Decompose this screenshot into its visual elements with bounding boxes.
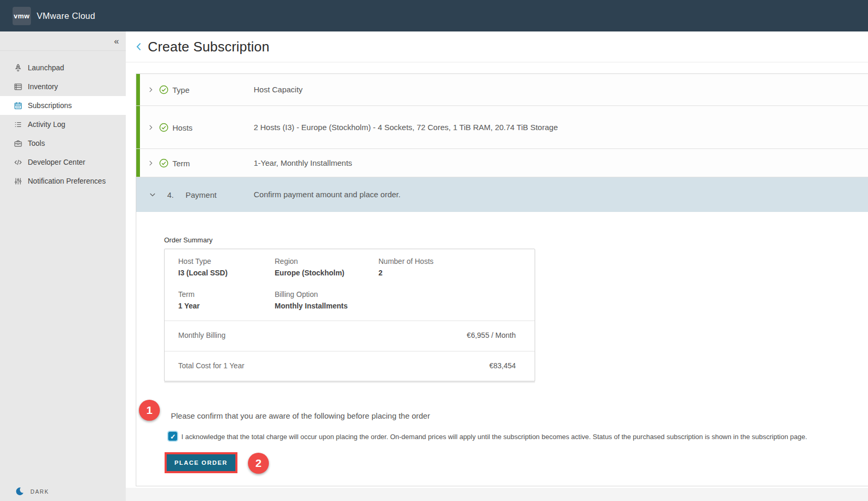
inventory-icon [13, 82, 23, 91]
activity-log-icon [13, 120, 23, 129]
code-icon [13, 157, 23, 167]
sidebar-item-label: Inventory [28, 82, 58, 91]
subscription-wizard: Type Host Capacity Hosts 2 Hosts (I3) - … [136, 73, 868, 486]
step-complete-icon [159, 158, 169, 168]
step-label: Payment [186, 190, 216, 199]
monthly-billing-value: €6,955 / Month [467, 331, 516, 339]
step-complete-icon [159, 122, 169, 132]
sidebar-item-tools[interactable]: Tools [0, 134, 126, 153]
field-label: Region [275, 257, 298, 265]
total-cost-value: €83,454 [489, 361, 516, 370]
sidebar-item-inventory[interactable]: Inventory [0, 77, 126, 96]
field-value: 1 Year [178, 302, 200, 310]
acknowledge-checkbox[interactable] [168, 432, 177, 441]
main-content: Create Subscription Type Host Capacity H… [126, 31, 868, 501]
sidebar-item-label: Notification Preferences [28, 177, 106, 185]
sidebar-item-label: Developer Center [28, 158, 85, 166]
divider [165, 321, 535, 321]
sidebar-item-activity-log[interactable]: Activity Log [0, 115, 126, 134]
step-complete-icon [159, 85, 169, 95]
vmware-logo[interactable]: vmw [13, 7, 31, 25]
moon-icon [15, 486, 25, 496]
confirm-note: Please confirm that you are aware of the… [171, 411, 430, 420]
launchpad-icon [13, 63, 23, 72]
sidebar-header: « [0, 31, 126, 51]
chevron-right-icon[interactable] [147, 87, 154, 93]
field-value: I3 (Local SSD) [178, 269, 227, 277]
step-row-hosts[interactable]: Hosts 2 Hosts (I3) - Europe (Stockholm) … [136, 106, 868, 149]
page-bottom-strip [126, 488, 868, 501]
acknowledgement-text: I acknowledge that the total charge will… [181, 432, 807, 441]
sidebar-collapse-icon[interactable]: « [114, 37, 119, 46]
sidebar-item-label: Launchpad [28, 63, 64, 72]
monthly-billing-label: Monthly Billing [178, 331, 225, 339]
sidebar-nav: Launchpad Inventory Subscriptions [0, 58, 126, 190]
chevron-left-icon [134, 41, 144, 52]
field-value: Monthly Installments [275, 302, 348, 310]
divider [165, 351, 535, 351]
field-label: Number of Hosts [378, 257, 433, 265]
step-value: 2 Hosts (I3) - Europe (Stockholm) - 4 So… [254, 121, 592, 133]
calendar-icon [13, 101, 23, 110]
top-navbar: vmw VMware Cloud [0, 0, 868, 31]
theme-toggle-label: DARK [30, 488, 49, 495]
field-label: Host Type [178, 257, 211, 265]
place-order-button[interactable]: PLACE ORDER [167, 454, 235, 471]
chevron-right-icon[interactable] [147, 159, 154, 166]
sidebar-item-launchpad[interactable]: Launchpad [0, 58, 126, 77]
step-value: Host Capacity [254, 83, 592, 95]
sidebar-item-developer-center[interactable]: Developer Center [0, 153, 126, 172]
step-row-type[interactable]: Type Host Capacity [136, 74, 868, 106]
field-value: 2 [378, 269, 383, 277]
total-cost-label: Total Cost for 1 Year [178, 361, 244, 370]
field-label: Term [178, 290, 194, 299]
sidebar-item-label: Subscriptions [28, 101, 72, 110]
vmware-logo-text: vmw [14, 12, 29, 20]
page-header: Create Subscription [126, 31, 868, 62]
step-row-term[interactable]: Term 1-Year, Monthly Installments [136, 149, 868, 177]
sidebar: « Launchpad Inventory [0, 31, 126, 501]
theme-toggle[interactable]: DARK [15, 486, 49, 496]
chevron-down-icon[interactable] [149, 191, 156, 198]
sliders-icon [13, 176, 23, 186]
step-row-payment[interactable]: 4. Payment Confirm payment amount and pl… [136, 177, 868, 212]
sidebar-item-label: Tools [28, 139, 45, 147]
order-summary-card: Host Type I3 (Local SSD) Region Europe (… [164, 249, 535, 381]
page-title: Create Subscription [148, 39, 269, 55]
tools-icon [13, 138, 23, 148]
back-button[interactable] [134, 41, 144, 52]
step-value: 1-Year, Monthly Installments [254, 157, 592, 169]
sidebar-item-label: Activity Log [28, 120, 66, 129]
payment-panel: Order Summary Host Type I3 (Local SSD) R… [136, 212, 868, 486]
annotation-badge-1: 1 [139, 400, 160, 421]
step-number: 4. [167, 190, 174, 199]
step-label: Type [172, 86, 190, 94]
step-description: Confirm payment amount and place order. [254, 188, 592, 200]
app-title: VMware Cloud [37, 11, 95, 21]
order-summary-title: Order Summary [164, 236, 212, 244]
step-label: Term [172, 158, 190, 167]
field-value: Europe (Stockholm) [275, 269, 344, 277]
sidebar-item-notification-preferences[interactable]: Notification Preferences [0, 172, 126, 190]
annotation-highlight-box: PLACE ORDER [165, 452, 237, 473]
sidebar-item-subscriptions[interactable]: Subscriptions [0, 96, 126, 115]
annotation-badge-2: 2 [248, 453, 269, 474]
step-label: Hosts [172, 123, 192, 132]
chevron-right-icon[interactable] [147, 124, 154, 131]
acknowledgement-row: I acknowledge that the total charge will… [168, 432, 807, 441]
field-label: Billing Option [275, 290, 318, 299]
